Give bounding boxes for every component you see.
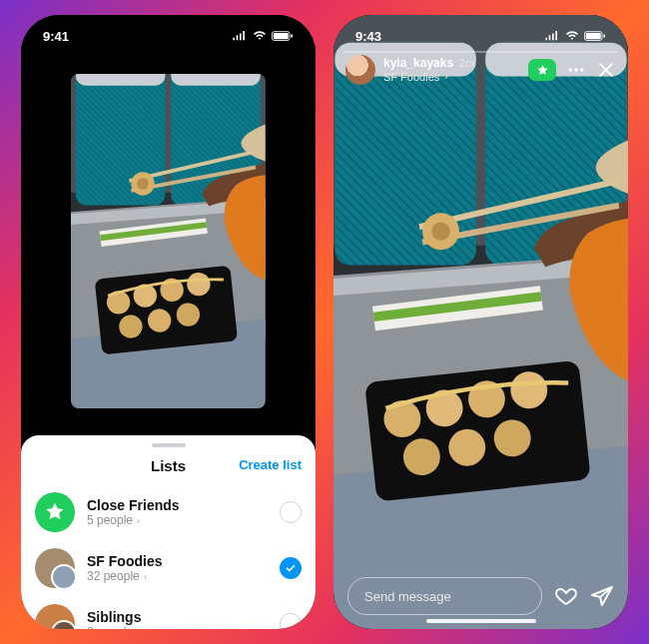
svg-rect-23 [291, 34, 293, 38]
audience-label: SF Foodies [383, 71, 439, 84]
story-time-ago: 2m [459, 57, 474, 70]
chevron-right-icon: › [144, 571, 147, 582]
svg-rect-22 [274, 32, 289, 38]
status-icons [544, 31, 606, 42]
story-preview-area [21, 15, 316, 435]
reply-input[interactable]: Send message [347, 577, 542, 615]
home-indicator[interactable] [426, 619, 536, 623]
star-icon [35, 492, 75, 532]
phone-left-lists: 9:41 Lists Create list Close Friends 5 p [21, 15, 316, 629]
like-button[interactable] [554, 584, 578, 608]
story-header: kyia_kayaks 2m SF Foodies › [333, 55, 628, 85]
chevron-right-icon: › [137, 515, 140, 526]
chevron-right-icon: › [137, 627, 140, 629]
list-item-sf-foodies[interactable]: SF Foodies 32 people› [21, 540, 316, 596]
list-item-close-friends[interactable]: Close Friends 5 people› [21, 484, 316, 540]
more-options-button[interactable] [566, 60, 586, 80]
create-list-button[interactable]: Create list [239, 457, 302, 472]
story-footer: Send message [333, 577, 628, 615]
share-sheet: Lists Create list Close Friends 5 people… [21, 435, 316, 629]
close-friends-badge[interactable] [528, 59, 556, 81]
status-icons [232, 31, 294, 42]
story-progress-bar[interactable] [343, 51, 618, 53]
sheet-grabber[interactable] [152, 443, 186, 447]
svg-rect-25 [586, 32, 601, 38]
status-time: 9:43 [355, 29, 381, 44]
story-preview-image [71, 74, 266, 408]
list-item-radio[interactable] [280, 557, 302, 579]
svg-rect-26 [603, 34, 605, 38]
group-avatar-icon [35, 604, 75, 629]
reply-placeholder: Send message [364, 589, 451, 604]
close-button[interactable] [596, 60, 616, 80]
sheet-title: Lists [151, 457, 186, 474]
phone-right-story-viewer: 9:43 kyia_kayaks 2m SF Foodies › [333, 15, 628, 629]
list-item-text: Siblings 2 people› [87, 609, 268, 629]
status-bar: 9:41 [21, 25, 316, 47]
list-item-text: Close Friends 5 people› [87, 497, 268, 527]
author-username: kyia_kayaks [383, 57, 453, 71]
status-time: 9:41 [43, 29, 69, 44]
list-item-radio[interactable] [280, 501, 302, 523]
share-button[interactable] [590, 584, 614, 608]
svg-point-27 [569, 68, 572, 71]
group-avatar-icon [35, 548, 75, 588]
story-meta[interactable]: kyia_kayaks 2m SF Foodies › [383, 57, 520, 83]
svg-point-28 [574, 68, 577, 71]
chevron-right-icon: › [444, 71, 447, 83]
sheet-header: Lists Create list [21, 453, 316, 484]
svg-point-29 [580, 68, 583, 71]
author-avatar[interactable] [345, 55, 375, 85]
story-image[interactable] [333, 15, 628, 629]
list-item-text: SF Foodies 32 people› [87, 553, 268, 583]
list-item-radio[interactable] [280, 613, 302, 629]
status-bar: 9:43 [333, 25, 628, 47]
story-header-actions [528, 59, 616, 81]
list-item-siblings[interactable]: Siblings 2 people› [21, 596, 316, 629]
lists-container: Close Friends 5 people› SF Foodies 32 pe… [21, 484, 316, 629]
